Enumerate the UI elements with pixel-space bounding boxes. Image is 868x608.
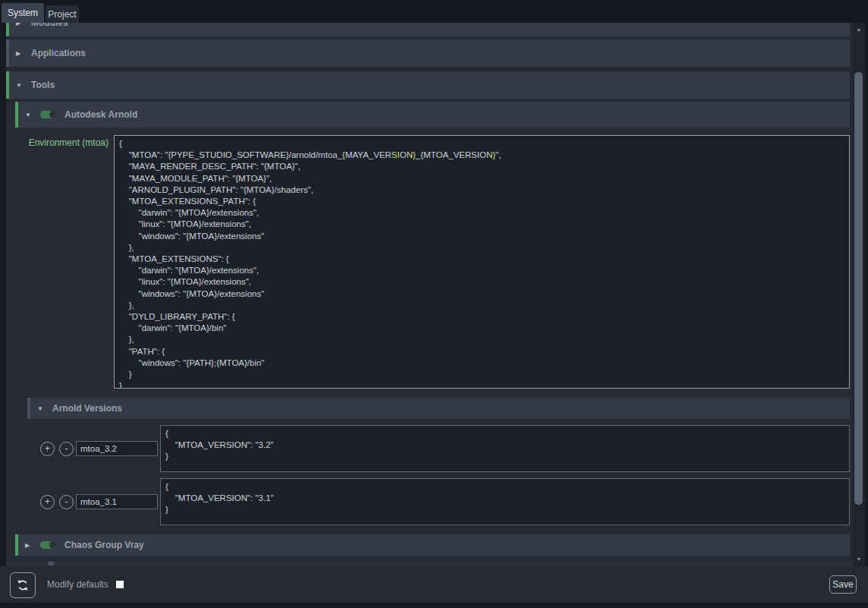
modify-defaults-checkbox[interactable] [116, 581, 124, 588]
horizontal-scrollbar[interactable] [6, 561, 853, 566]
horizontal-scrollbar-thumb[interactable] [48, 562, 55, 565]
environment-row: Environment (mtoa) { "MTOA": "{PYPE_STUD… [6, 135, 853, 389]
vertical-scrollbar-thumb[interactable] [854, 72, 863, 505]
section-autodesk-arnold[interactable]: ▼ Autodesk Arnold [15, 102, 850, 128]
collapse-arrow-icon[interactable]: ▶ [16, 50, 24, 57]
save-button[interactable]: Save [829, 575, 857, 594]
expand-arrow-icon[interactable]: ▼ [25, 112, 33, 118]
add-version-button[interactable]: + [40, 442, 55, 456]
section-modules[interactable]: ▶ Modules [6, 23, 850, 36]
expand-arrow-icon[interactable]: ▼ [37, 405, 45, 412]
expand-arrow-icon[interactable]: ▼ [16, 82, 24, 89]
version-name-input[interactable] [76, 494, 158, 509]
settings-scroll-area: ▶ Modules ▶ Applications ▼ Tools ▼ Autod… [6, 23, 853, 561]
section-arnold-versions-label: Arnold Versions [52, 403, 122, 414]
remove-version-button[interactable]: - [59, 495, 74, 509]
section-tools-label: Tools [31, 80, 55, 90]
scroll-up-icon[interactable]: ▲ [853, 24, 865, 34]
modify-defaults-label: Modify defaults [47, 579, 108, 590]
environment-json-editor[interactable]: { "MTOA": "{PYPE_STUDIO_SOFTWARE}/arnold… [114, 135, 850, 389]
environment-label: Environment (mtoa) [6, 135, 114, 389]
section-arnold-versions[interactable]: ▼ Arnold Versions [27, 398, 850, 419]
tab-bar: System Project [0, 0, 868, 23]
vertical-scrollbar[interactable]: ▲ ▼ [853, 23, 865, 566]
arnold-enabled-toggle[interactable] [40, 111, 57, 118]
section-chaos-group-vray[interactable]: ▶ Chaos Group Vray [15, 534, 850, 556]
collapse-arrow-icon[interactable]: ▶ [16, 23, 24, 27]
section-vray-label: Chaos Group Vray [64, 540, 144, 550]
tab-system[interactable]: System [2, 3, 44, 23]
modify-defaults-group: Modify defaults [47, 566, 124, 603]
collapse-arrow-icon[interactable]: ▶ [25, 542, 33, 549]
version-name-input[interactable] [76, 441, 158, 456]
section-applications-label: Applications [31, 48, 86, 58]
section-arnold-label: Autodesk Arnold [64, 109, 137, 120]
section-tools[interactable]: ▼ Tools [6, 71, 850, 99]
add-version-button[interactable]: + [40, 495, 55, 509]
version-row: + - { "MTOA_VERSION": "3.1" } [6, 478, 853, 525]
section-applications[interactable]: ▶ Applications [6, 39, 850, 67]
remove-version-button[interactable]: - [59, 442, 74, 456]
settings-window: { "tabs": { "system": "System", "project… [0, 0, 868, 608]
version-json-editor[interactable]: { "MTOA_VERSION": "3.2" } [160, 425, 850, 472]
scroll-down-icon[interactable]: ▼ [853, 553, 865, 564]
vray-enabled-toggle[interactable] [40, 541, 57, 549]
refresh-button[interactable] [10, 572, 36, 598]
tab-project[interactable]: Project [46, 5, 79, 23]
toggle-knob [49, 111, 57, 118]
footer-bar: Modify defaults Save [0, 566, 868, 603]
version-json-editor[interactable]: { "MTOA_VERSION": "3.1" } [160, 478, 850, 525]
refresh-icon [16, 578, 30, 592]
toggle-knob [49, 541, 57, 549]
section-modules-label: Modules [31, 23, 68, 28]
version-row: + - { "MTOA_VERSION": "3.2" } [6, 425, 853, 472]
